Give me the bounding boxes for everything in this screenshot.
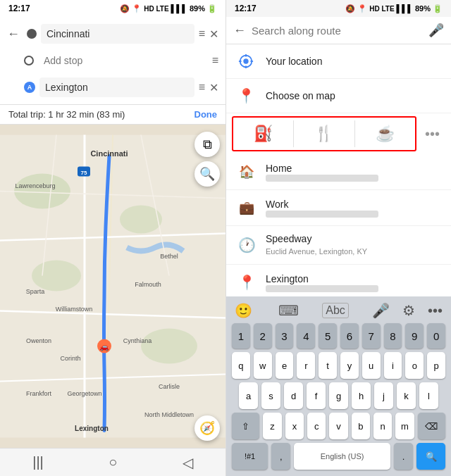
key-w[interactable]: w xyxy=(254,352,272,379)
gas-station-button[interactable]: ⛽ xyxy=(233,120,294,147)
addstop-input[interactable] xyxy=(38,51,208,70)
lexington-place-item[interactable]: 📍 Lexington xyxy=(226,265,451,296)
key-5[interactable]: 5 xyxy=(319,323,337,349)
emoji-icon[interactable]: 🙂 xyxy=(232,302,255,319)
back-button[interactable]: ◁ xyxy=(183,454,193,471)
svg-text:Corinth: Corinth xyxy=(60,355,80,362)
work-place-item[interactable]: 💼 Work xyxy=(226,190,451,226)
key-v[interactable]: v xyxy=(329,413,347,439)
key-x[interactable]: x xyxy=(285,413,304,439)
keyboard-toolbar: 🙂 ⌨ Abc 🎤 ⚙ ••• xyxy=(226,299,451,322)
key-a[interactable]: a xyxy=(239,382,258,409)
key-q[interactable]: q xyxy=(232,352,250,379)
keyboard-type-icon[interactable]: ⌨ xyxy=(276,302,302,319)
search-key[interactable]: 🔍 xyxy=(416,443,445,470)
layers-button[interactable]: ⧉ xyxy=(194,132,220,157)
restaurant-button[interactable]: 🍴 xyxy=(294,120,354,147)
reorder-icon-1[interactable]: ≡ xyxy=(199,27,205,40)
mic-icon[interactable]: 🎤 xyxy=(428,23,444,38)
shift-key[interactable]: ⇧ xyxy=(232,413,259,439)
speedway-place-text: Speedway Euclid Avenue, Lexington, KY xyxy=(266,233,367,257)
search-nearby-button[interactable]: 🔍 xyxy=(194,161,220,187)
clear-origin-icon[interactable]: ✕ xyxy=(209,27,218,41)
origin-input[interactable] xyxy=(41,24,194,44)
number-row: 1 2 3 4 5 6 7 8 9 0 xyxy=(229,323,448,349)
key-b[interactable]: b xyxy=(352,413,370,439)
space-key[interactable]: English (US) xyxy=(294,443,390,470)
category-box: ⛽ 🍴 ☕ xyxy=(232,116,416,151)
keyboard-rows: 1 2 3 4 5 6 7 8 9 0 q w e r t y u i xyxy=(226,322,451,476)
key-s[interactable]: s xyxy=(261,382,280,409)
key-k[interactable]: k xyxy=(397,382,416,409)
key-h[interactable]: h xyxy=(352,382,371,409)
choose-on-map-title: Choose on map xyxy=(266,90,335,101)
status-icons-right: 🔕 📍 HD LTE ▌▌▌ 89% 🔋 xyxy=(345,4,443,13)
svg-point-5 xyxy=(141,329,197,364)
more-keyboard-icon[interactable]: ••• xyxy=(425,303,445,319)
done-button[interactable]: Done xyxy=(194,109,218,120)
speedway-place-item[interactable]: 🕐 Speedway Euclid Avenue, Lexington, KY xyxy=(226,226,451,265)
key-y[interactable]: y xyxy=(340,352,359,379)
key-f[interactable]: f xyxy=(307,382,326,409)
key-j[interactable]: j xyxy=(374,382,393,409)
key-4[interactable]: 4 xyxy=(297,323,315,349)
mic-keyboard-icon[interactable]: 🎤 xyxy=(369,302,393,319)
recent-apps-button[interactable]: ||| xyxy=(32,454,44,470)
choose-on-map-item[interactable]: 📍 Choose on map xyxy=(226,79,451,113)
key-1[interactable]: 1 xyxy=(232,323,250,349)
cafe-button[interactable]: ☕ xyxy=(355,120,415,147)
backspace-key[interactable]: ⌫ xyxy=(418,413,445,439)
key-g[interactable]: g xyxy=(329,382,348,409)
period-key[interactable]: . xyxy=(394,443,413,470)
work-place-name: Work xyxy=(266,199,378,210)
status-bar-right: 12:17 🔕 📍 HD LTE ▌▌▌ 89% 🔋 xyxy=(226,0,451,17)
your-location-item[interactable]: Your location xyxy=(226,44,451,79)
key-z[interactable]: z xyxy=(263,413,281,439)
reorder-icon-3[interactable]: ≡ xyxy=(199,81,205,94)
svg-text:Cynthiana: Cynthiana xyxy=(123,337,152,344)
key-d[interactable]: d xyxy=(284,382,303,409)
key-7[interactable]: 7 xyxy=(362,323,381,349)
key-l[interactable]: l xyxy=(419,382,438,409)
lexington-addr-placeholder xyxy=(266,285,378,292)
key-8[interactable]: 8 xyxy=(384,323,402,349)
svg-text:Carlisle: Carlisle xyxy=(159,383,180,390)
key-e[interactable]: e xyxy=(276,352,294,379)
key-u[interactable]: u xyxy=(362,352,381,379)
key-c[interactable]: c xyxy=(307,413,326,439)
bottom-row: !#1 , English (US) . 🔍 xyxy=(229,443,448,470)
svg-point-32 xyxy=(243,58,248,63)
more-categories-icon[interactable]: ••• xyxy=(419,126,445,142)
compass-button[interactable]: 🧭 xyxy=(194,415,220,441)
key-2[interactable]: 2 xyxy=(254,323,272,349)
translate-icon[interactable]: Abc xyxy=(322,303,349,318)
clear-destination-icon[interactable]: ✕ xyxy=(209,81,218,94)
symbols-key[interactable]: !#1 xyxy=(232,443,268,470)
home-button[interactable]: ○ xyxy=(109,454,117,470)
search-along-route-input[interactable] xyxy=(252,25,423,37)
comma-key[interactable]: , xyxy=(271,443,290,470)
gas-icon: ⛽ xyxy=(254,125,273,143)
midpoint-circle xyxy=(24,56,34,65)
key-p[interactable]: p xyxy=(427,352,445,379)
key-r[interactable]: r xyxy=(297,352,315,379)
lexington-place-text: Lexington xyxy=(266,273,378,292)
settings-icon[interactable]: ⚙ xyxy=(400,302,418,319)
key-o[interactable]: o xyxy=(405,352,424,379)
key-i[interactable]: i xyxy=(384,352,402,379)
back-arrow-right[interactable]: ← xyxy=(233,23,246,38)
back-arrow-left[interactable]: ← xyxy=(7,27,20,42)
key-m[interactable]: m xyxy=(395,413,414,439)
key-3[interactable]: 3 xyxy=(276,323,294,349)
layers-icon: ⧉ xyxy=(203,137,212,152)
key-9[interactable]: 9 xyxy=(405,323,424,349)
destination-input[interactable] xyxy=(39,77,194,97)
trip-info-text: Total trip: 1 hr 32 min (83 mi) xyxy=(8,109,125,120)
reorder-icon-2[interactable]: ≡ xyxy=(212,54,218,67)
time-right: 12:17 xyxy=(235,4,257,13)
key-t[interactable]: t xyxy=(319,352,337,379)
key-n[interactable]: n xyxy=(373,413,392,439)
key-6[interactable]: 6 xyxy=(340,323,359,349)
key-0[interactable]: 0 xyxy=(427,323,445,349)
home-place-item[interactable]: 🏠 Home xyxy=(226,154,451,190)
